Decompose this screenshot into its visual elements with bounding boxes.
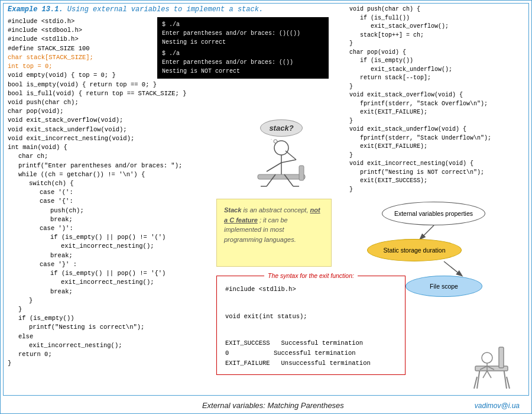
code-line: case '}' :	[8, 260, 220, 269]
code-line: return stack[--top];	[349, 74, 524, 83]
terminal-line6: Nesting is NOT correct	[162, 67, 324, 76]
example-label: Example 13.1.	[8, 5, 63, 14]
svg-point-21	[482, 352, 492, 363]
chair-svg	[468, 335, 518, 392]
terminal-line5: Enter parentheses and/or braces: (())	[162, 58, 324, 67]
code-line: if (is_empty() || pop() != '{')	[8, 269, 220, 278]
code-line: #include <stdlib.h>	[8, 35, 79, 43]
code-line: printf("Enter parentheses and/or braces:…	[8, 161, 220, 170]
code-line: int main(void) {	[8, 144, 67, 151]
svg-rect-20	[499, 347, 504, 368]
terminal-line1: $ ./a	[162, 20, 324, 29]
exit-box-title: The syntax for the exit function:	[264, 271, 358, 281]
sticky-stack-word: Stack	[224, 206, 241, 214]
svg-point-11	[274, 140, 277, 143]
code-line-orange2: int top = 0;	[8, 63, 53, 70]
code-line: char pop(void);	[8, 108, 64, 115]
static-storage-ellipse: Static storage duration	[367, 239, 462, 261]
code-line: push(ch);	[8, 206, 220, 215]
code-line-orange: char stack[STACK_SIZE];	[8, 54, 93, 61]
footer-author: vadimov@i.ua	[475, 402, 520, 410]
exit-row1: EXIT_SUCCESS Successful termination	[225, 338, 397, 348]
code-line: return 0;	[8, 350, 220, 359]
code-line: void exit_incorrect_nesting(void);	[8, 135, 134, 142]
terminal-line2: Enter parentheses and/or braces: ()(())	[162, 29, 324, 38]
code-line: if (is_full())	[349, 14, 524, 23]
stick-figure-svg	[243, 139, 320, 198]
code-line: while ((ch = getchar()) != '\n') {	[8, 170, 220, 179]
code-line: #define STACK_SIZE 100	[8, 45, 90, 52]
code-line: }	[8, 305, 220, 314]
code-line: exit(EXIT_SUCCESS);	[349, 177, 524, 186]
sticky-text1: is an abstract concept,	[243, 206, 310, 214]
sticky-note: Stack is an abstract concept, not a C fe…	[216, 199, 332, 267]
code-line: if (is_empty())	[349, 57, 524, 66]
terminal-line4: $ ./a	[162, 49, 324, 58]
diagram-area: External variables properties Static sto…	[349, 199, 524, 302]
code-line: stack[top++] = ch;	[349, 31, 524, 40]
chair-sketch	[466, 334, 520, 393]
title-description: Using external variables to implement a …	[67, 5, 263, 14]
code-line: }	[8, 296, 220, 305]
exit-row2: 0 Successful termination	[225, 348, 397, 358]
code-line: void exit_stack_overflow(void) {	[349, 92, 463, 98]
code-line: else	[8, 332, 220, 341]
file-scope-ellipse: File scope	[406, 276, 482, 297]
code-line: exit_stack_overflow();	[349, 22, 524, 31]
code-line: if (is_empty() || pop() != '(')	[8, 233, 220, 242]
title-bar: Example 13.1. Using external variables t…	[8, 5, 263, 14]
svg-line-17	[474, 377, 477, 389]
code-line: case ')':	[8, 224, 220, 233]
terminal-box: $ ./a Enter parentheses and/or braces: (…	[157, 17, 329, 79]
sketch-figure: stack?	[219, 116, 343, 202]
svg-line-18	[507, 377, 510, 389]
svg-line-10	[286, 151, 296, 160]
code-line: }	[349, 152, 353, 159]
speech-bubble: stack?	[260, 119, 302, 137]
code-line: void exit_stack_underflow(void) {	[349, 126, 466, 132]
code-line: #include <stdbool.h>	[8, 27, 82, 34]
code-line: fprintf(stderr, "Stack Overflow\n");	[349, 100, 524, 109]
code-line: void exit_incorrect_nesting(void) {	[349, 160, 473, 167]
code-line: case '(':	[8, 188, 220, 197]
code-line: void exit_stack_underflow(void);	[8, 126, 127, 133]
code-line: }	[8, 360, 11, 367]
code-line: if (is_empty())	[8, 314, 220, 323]
footer-title: External variables: Matching Parentheses	[72, 401, 475, 410]
ext-vars-ellipse: External variables properties	[382, 202, 485, 225]
code-line: void exit_stack_overflow(void);	[8, 117, 123, 124]
code-line: char ch;	[8, 152, 220, 161]
svg-line-2	[267, 163, 281, 172]
svg-line-3	[281, 160, 296, 163]
svg-line-25	[483, 371, 487, 378]
terminal-line3: Nesting is correct	[162, 38, 324, 47]
code-line: case '{':	[8, 197, 220, 206]
svg-rect-4	[258, 174, 305, 179]
exit-row3: EXIT_FAILURE Unsuccessful termination	[225, 358, 397, 368]
exit-signature: void exit(int status);	[225, 312, 397, 322]
code-line: void push(char ch) {	[349, 6, 420, 12]
code-line: exit_incorrect_nesting();	[8, 242, 220, 251]
code-line: exit_incorrect_nesting();	[8, 278, 220, 287]
code-line: }	[349, 186, 353, 193]
footer: External variables: Matching Parentheses…	[1, 401, 531, 410]
code-line: exit(EXIT_FAILURE);	[349, 143, 524, 151]
code-line: fprintf(stderr, "Stack Underflow\n");	[349, 134, 524, 143]
code-line: exit(EXIT_FAILURE);	[349, 108, 524, 117]
code-line: printf("Nesting is correct\n");	[8, 323, 220, 332]
code-line: switch(ch) {	[8, 179, 220, 188]
right-code-block: void push(char ch) { if (is_full()) exit…	[349, 5, 524, 194]
code-line: break;	[8, 215, 220, 224]
code-line: exit_incorrect_nesting();	[8, 341, 220, 350]
code-line: #include <stdio.h>	[8, 18, 74, 25]
svg-line-14	[444, 261, 462, 276]
code-line: }	[349, 40, 353, 47]
code-line: void empty(void) { top = 0; }	[8, 72, 116, 79]
code-line: exit_stack_underflow();	[349, 66, 524, 75]
svg-line-26	[487, 371, 491, 378]
code-line: break;	[8, 287, 220, 296]
code-line: bool is_full(void) { return top == STACK…	[8, 90, 186, 97]
svg-rect-9	[299, 166, 304, 180]
svg-line-13	[420, 225, 434, 239]
code-line: printf("Nesting is NOT correct\n");	[349, 169, 524, 177]
